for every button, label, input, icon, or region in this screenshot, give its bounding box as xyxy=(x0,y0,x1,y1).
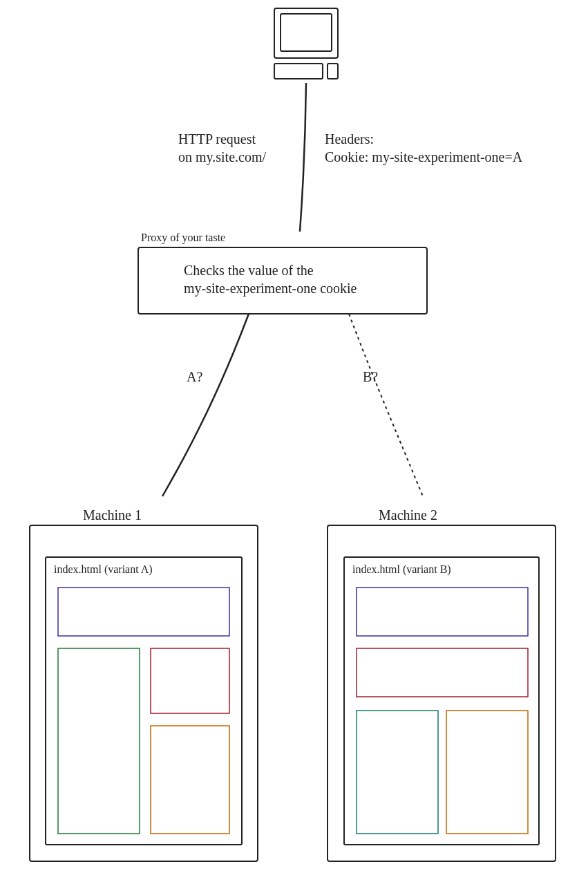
branch-b-label: B? xyxy=(363,368,378,386)
architecture-diagram: HTTP request on my.site.com/ Headers: Co… xyxy=(0,0,588,873)
arrow-request xyxy=(300,83,306,232)
svg-rect-17 xyxy=(344,557,539,845)
computer-icon xyxy=(274,8,338,79)
m2-block-purple xyxy=(357,588,528,636)
headers-label-2: Cookie: my-site-experiment-one=A xyxy=(325,148,522,166)
machine-1-page: index.html (variant A) xyxy=(54,563,153,577)
headers-label-1: Headers: xyxy=(325,130,374,148)
m2-block-red xyxy=(357,648,528,697)
proxy-body-2: my-site-experiment-one cookie xyxy=(184,279,357,297)
proxy-body-1: Checks the value of the xyxy=(184,261,314,279)
svg-rect-11 xyxy=(281,14,332,51)
request-label-1: HTTP request xyxy=(178,130,256,148)
svg-rect-15 xyxy=(46,557,242,845)
svg-rect-13 xyxy=(328,64,338,79)
machine-1-title: Machine 1 xyxy=(83,506,142,524)
m1-block-red xyxy=(151,648,229,713)
m2-block-orange xyxy=(446,711,528,834)
request-label-2: on my.site.com/ xyxy=(178,148,266,166)
svg-rect-12 xyxy=(274,64,323,79)
arrow-branch-a xyxy=(162,314,249,496)
machine-2-title: Machine 2 xyxy=(379,506,437,524)
branch-a-label: A? xyxy=(187,368,202,386)
m1-block-green xyxy=(58,648,140,834)
proxy-title: Proxy of your taste xyxy=(141,231,225,245)
m2-block-teal xyxy=(357,711,438,834)
m1-block-purple xyxy=(58,588,229,636)
machine-2-page: index.html (variant B) xyxy=(352,563,451,577)
arrow-branch-b xyxy=(349,314,423,496)
m1-block-orange xyxy=(151,726,229,834)
